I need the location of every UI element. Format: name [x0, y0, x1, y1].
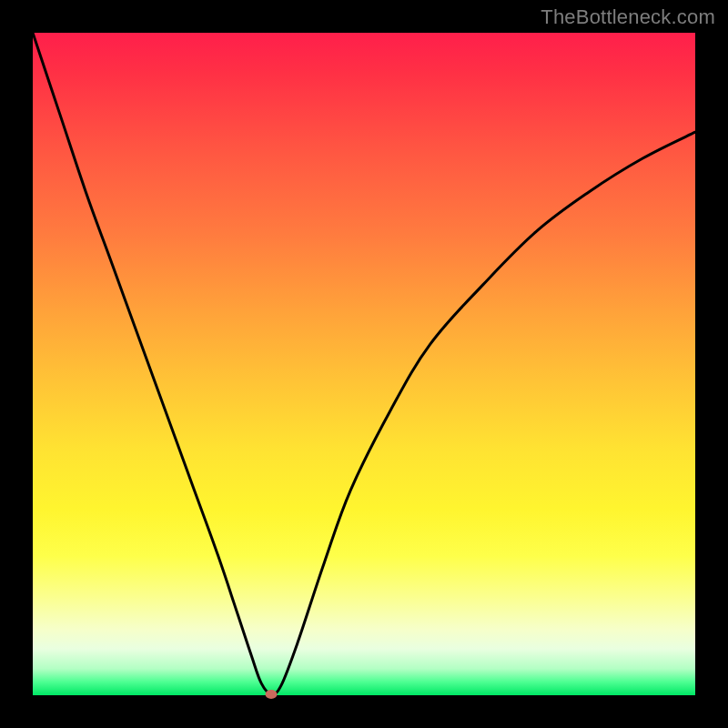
plot-area [33, 33, 695, 695]
optimum-marker [266, 690, 278, 699]
chart-frame: TheBottleneck.com [0, 0, 728, 728]
curve-path [33, 33, 695, 694]
bottleneck-curve [33, 33, 695, 695]
watermark-text: TheBottleneck.com [541, 5, 715, 29]
